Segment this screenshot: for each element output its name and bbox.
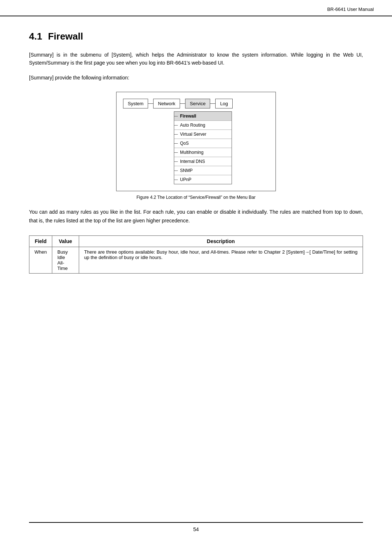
summary-provides: [Summary] provide the following informat… — [29, 74, 363, 82]
tab-service-label: Service — [190, 101, 205, 106]
col-field: Field — [29, 235, 52, 247]
intro-paragraph: [Summary] is in the submenu of [System],… — [29, 51, 363, 67]
after-diagram-paragraph: You can add as many rules as you like in… — [29, 208, 363, 225]
connector-3 — [210, 103, 215, 104]
section-heading: 4.1Firewall — [29, 31, 363, 42]
footer-line — [29, 522, 363, 523]
tab-system[interactable]: System — [123, 99, 148, 108]
dropdown-item-snmp[interactable]: SNMP — [174, 166, 232, 175]
value-busy: Busy — [57, 249, 74, 255]
value-alltime: All-Time — [57, 260, 74, 271]
tab-log-label: Log — [220, 101, 228, 106]
connector-1 — [148, 103, 153, 104]
dropdown-item-upnp[interactable]: UPnP — [174, 175, 232, 184]
tab-service[interactable]: Service — [185, 99, 210, 108]
tab-system-label: System — [128, 101, 143, 106]
menu-diagram: System Network Service Log — [116, 92, 276, 191]
cell-desc-when: There are three options available: Busy … — [79, 247, 363, 273]
dropdown-item-virtualserver[interactable]: Virtual Server — [174, 130, 232, 139]
col-description: Description — [79, 235, 363, 247]
dropdown-item-firewall[interactable]: Firewall — [174, 112, 232, 121]
tab-network-label: Network — [158, 101, 175, 106]
tab-log[interactable]: Log — [215, 99, 233, 108]
section-title: Firewall — [48, 31, 83, 42]
page-container: BR-6641 User Manual 4.1Firewall [Summary… — [0, 0, 392, 554]
diagram-container: System Network Service Log — [29, 92, 363, 191]
section-number: 4.1 — [29, 31, 42, 42]
dropdown-item-qos[interactable]: QoS — [174, 139, 232, 148]
footer-page-number: 54 — [193, 526, 199, 532]
data-table: Field Value Description When Busy Idle A… — [29, 235, 363, 274]
connector-2 — [180, 103, 185, 104]
value-idle: Idle — [57, 255, 74, 260]
cell-field-when: When — [29, 247, 52, 273]
dropdown-item-multihoming[interactable]: Multihoming — [174, 148, 232, 157]
cell-value-when: Busy Idle All-Time — [52, 247, 79, 273]
dropdown-item-autorouting[interactable]: Auto Routing — [174, 121, 232, 130]
content-area: 4.1Firewall [Summary] is in the submenu … — [0, 16, 392, 310]
figure-caption: Figure 4.2 The Location of “Service/Fire… — [29, 195, 363, 200]
table-header-row: Field Value Description — [29, 235, 363, 247]
tab-network[interactable]: Network — [153, 99, 180, 108]
page-header: BR-6641 User Manual — [0, 0, 392, 16]
col-value: Value — [52, 235, 79, 247]
menu-bar-row: System Network Service Log — [123, 99, 269, 108]
table-row: When Busy Idle All-Time There are three … — [29, 247, 363, 273]
header-title: BR-6641 User Manual — [327, 7, 374, 12]
service-dropdown: Firewall Auto Routing Virtual Server QoS… — [174, 111, 232, 184]
page-footer: 54 — [0, 522, 392, 532]
dropdown-item-internaldns[interactable]: Internal DNS — [174, 157, 232, 166]
